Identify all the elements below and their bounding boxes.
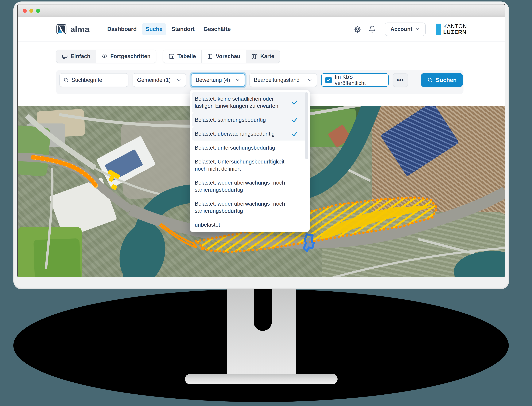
dropdown-option[interactable]: Belastet, untersuchungsbedürftig xyxy=(192,141,308,154)
brand-logo[interactable]: alma xyxy=(56,24,89,35)
more-filters-button[interactable]: ••• xyxy=(393,73,408,87)
dropdown-scrollbar[interactable] xyxy=(305,92,308,159)
code-icon xyxy=(102,53,108,59)
alma-logo-icon xyxy=(56,24,67,35)
kanton-text-line2: LUZERN xyxy=(443,29,467,35)
split-panel-icon xyxy=(207,53,213,59)
kanton-luzern-logo: KANTON LUZERN xyxy=(436,23,467,35)
check-icon xyxy=(291,130,298,137)
kanton-luzern-bar-icon xyxy=(436,24,441,35)
view-tabelle-label: Tabelle xyxy=(177,53,196,59)
dropdown-option[interactable]: Belastet, überwachungsbedürftig xyxy=(192,127,308,140)
gemeinde-filter-label: Gemeinde (1) xyxy=(137,77,170,83)
dropdown-option[interactable]: Belastet, keine schädlichen oder lästige… xyxy=(192,92,308,113)
map-lake-corner xyxy=(454,251,505,277)
search-field[interactable] xyxy=(59,73,128,87)
view-vorschau-label: Vorschau xyxy=(216,53,240,59)
dropdown-option[interactable]: unbelastet xyxy=(192,218,308,232)
kbs-marker-yellow-t[interactable] xyxy=(104,169,120,184)
kbs-marker-yellow-small[interactable] xyxy=(111,184,118,190)
main-nav: Dashboard Suche Standort Geschäfte xyxy=(103,23,235,35)
account-label: Account xyxy=(390,26,412,32)
bewertung-options-dropdown: Belastet, keine schädlichen oder lästige… xyxy=(190,90,310,232)
nav-item-geschaefte[interactable]: Geschäfte xyxy=(200,23,235,35)
chevron-down-icon xyxy=(415,27,420,32)
checkbox-checked-icon xyxy=(325,77,332,83)
check-icon xyxy=(291,99,298,106)
window-close-button[interactable] xyxy=(23,9,27,13)
bearbeitungsstand-filter-dropdown[interactable]: Bearbeitungsstand xyxy=(249,73,317,87)
brand-name: alma xyxy=(70,24,89,34)
bearbeitungsstand-filter-label: Bearbeitungsstand xyxy=(254,77,300,83)
window-minimize-button[interactable] xyxy=(29,9,33,13)
monitor-stand-slot xyxy=(254,289,272,331)
search-icon xyxy=(63,77,69,83)
window-titlebar xyxy=(18,4,505,17)
monitor-stand-neck xyxy=(227,289,296,376)
dropdown-option[interactable]: Belastet, Untersuchungsbedürftigkeit noc… xyxy=(192,155,308,175)
kbs-published-label: Im KbS veröffentlicht xyxy=(335,74,384,86)
map-icon xyxy=(251,53,258,59)
chevron-down-icon xyxy=(307,77,312,83)
monitor-bezel: alma Dashboard Suche Standort Geschäfte xyxy=(13,1,509,289)
view-switch-group: Tabelle Vorschau Karte xyxy=(163,50,280,63)
nav-item-suche[interactable]: Suche xyxy=(142,23,166,35)
mode-einfach-button[interactable]: Einfach xyxy=(56,50,96,63)
view-vorschau-button[interactable]: Vorschau xyxy=(202,50,246,63)
nav-item-standort[interactable]: Standort xyxy=(168,23,199,35)
ellipsis-icon: ••• xyxy=(397,77,404,83)
search-submit-button[interactable]: Suchen xyxy=(421,73,463,87)
mode-einfach-label: Einfach xyxy=(71,53,90,59)
mode-fortgeschritten-button[interactable]: Fortgeschritten xyxy=(96,50,156,63)
chevron-down-icon xyxy=(235,77,240,83)
page-background: { "brand": { "name": "alma" }, "nav": { … xyxy=(0,0,532,406)
table-icon xyxy=(169,53,175,59)
notifications-bell-icon[interactable] xyxy=(369,25,376,33)
browser-window: alma Dashboard Suche Standort Geschäfte xyxy=(18,4,505,277)
header-actions: Account KANTON LUZERN xyxy=(347,22,505,36)
check-icon xyxy=(291,116,298,123)
bewertung-filter-label: Bewertung (4) xyxy=(196,77,230,83)
view-karte-button[interactable]: Karte xyxy=(246,50,280,63)
bewertung-filter-dropdown[interactable]: Bewertung (4) xyxy=(191,73,245,87)
search-input[interactable] xyxy=(72,77,125,83)
window-zoom-button[interactable] xyxy=(36,9,40,13)
search-icon xyxy=(427,77,433,83)
account-menu-button[interactable]: Account xyxy=(385,22,426,36)
kanton-text-line1: KANTON xyxy=(443,23,467,29)
app-header: alma Dashboard Suche Standort Geschäfte xyxy=(18,17,505,42)
form-input-icon xyxy=(62,53,68,59)
view-karte-label: Karte xyxy=(260,53,274,59)
dropdown-option[interactable]: Belastet, weder überwachungs- noch sanie… xyxy=(192,176,308,196)
settings-gear-icon[interactable] xyxy=(354,25,361,33)
dropdown-option[interactable]: Belastet, weder überwachungs- noch sanie… xyxy=(192,197,308,218)
mode-fortgeschritten-label: Fortgeschritten xyxy=(110,53,151,59)
kbs-published-checkbox[interactable]: Im KbS veröffentlicht xyxy=(321,73,389,87)
map-marker-blue-arrow[interactable] xyxy=(304,234,314,251)
view-tabelle-button[interactable]: Tabelle xyxy=(163,50,202,63)
dropdown-option[interactable]: Belastet, sanierungsbedürftig xyxy=(192,113,308,127)
nav-item-dashboard[interactable]: Dashboard xyxy=(103,23,140,35)
search-submit-label: Suchen xyxy=(436,77,457,83)
monitor-stand-base xyxy=(185,374,338,384)
kbs-connector-dot xyxy=(201,246,204,250)
search-mode-group: Einfach Fortgeschritten xyxy=(56,50,156,63)
gemeinde-filter-dropdown[interactable]: Gemeinde (1) xyxy=(133,73,186,87)
chevron-down-icon xyxy=(176,77,182,83)
view-toolbar: Einfach Fortgeschritten Tabelle xyxy=(56,50,280,63)
